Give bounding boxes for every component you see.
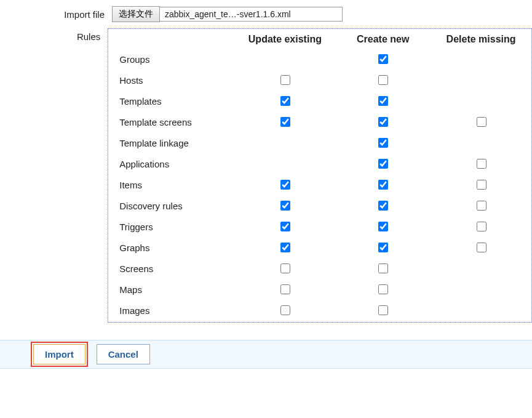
rule-create-cell <box>334 195 432 216</box>
rule-update-cell <box>236 132 334 153</box>
rule-update-cell <box>236 279 334 300</box>
checkbox-create[interactable] <box>378 222 388 231</box>
cancel-button[interactable]: Cancel <box>97 344 150 364</box>
checkbox-update[interactable] <box>280 180 290 190</box>
checkbox-create[interactable] <box>378 263 388 273</box>
checkbox-delete[interactable] <box>477 180 486 190</box>
rule-create-cell <box>334 237 432 258</box>
checkbox-update[interactable] <box>280 222 290 231</box>
checkbox-delete[interactable] <box>477 222 486 231</box>
rule-delete-cell <box>432 132 530 153</box>
rule-delete-cell <box>432 195 530 216</box>
checkbox-update[interactable] <box>280 284 290 294</box>
header-blank <box>109 30 236 49</box>
rule-update-cell <box>236 153 334 174</box>
import-file-row: Import file 选择文件 zabbix_agent_te…-sver1.… <box>0 6 532 22</box>
rule-delete-cell <box>432 216 530 237</box>
rule-label: Templates <box>109 90 236 111</box>
rule-delete-cell <box>432 153 530 174</box>
rule-delete-cell <box>432 174 530 195</box>
checkbox-create[interactable] <box>378 284 388 294</box>
checkbox-update[interactable] <box>280 117 290 127</box>
rule-label: Graphs <box>109 237 236 258</box>
rule-row: Maps <box>109 279 530 300</box>
rule-create-cell <box>334 70 432 90</box>
rule-update-cell <box>236 258 334 279</box>
rule-update-cell <box>236 111 334 132</box>
import-button[interactable]: Import <box>33 344 85 364</box>
rule-label: Maps <box>109 279 236 300</box>
checkbox-create[interactable] <box>378 305 388 315</box>
rule-update-cell <box>236 174 334 195</box>
rules-row: Rules Update existing Create new Delete … <box>0 28 532 323</box>
rule-row: Hosts <box>109 70 530 90</box>
rule-create-cell <box>334 90 432 111</box>
import-form: Import file 选择文件 zabbix_agent_te…-sver1.… <box>0 0 532 323</box>
rule-create-cell <box>334 153 432 174</box>
rule-update-cell <box>236 216 334 237</box>
checkbox-delete[interactable] <box>477 117 486 127</box>
rule-row: Templates <box>109 90 530 111</box>
rule-row: Template linkage <box>109 132 530 153</box>
header-update-existing: Update existing <box>236 30 334 49</box>
rule-create-cell <box>334 111 432 132</box>
checkbox-create[interactable] <box>378 96 388 106</box>
checkbox-create[interactable] <box>378 138 388 148</box>
file-choose-button[interactable]: 选择文件 <box>112 6 160 22</box>
rule-label: Groups <box>109 49 236 70</box>
checkbox-update[interactable] <box>280 75 290 85</box>
rule-delete-cell <box>432 70 530 90</box>
rule-create-cell <box>334 258 432 279</box>
rule-row: Images <box>109 300 530 321</box>
checkbox-delete[interactable] <box>477 201 486 211</box>
checkbox-update[interactable] <box>280 305 290 315</box>
rule-delete-cell <box>432 300 530 321</box>
rule-delete-cell <box>432 237 530 258</box>
checkbox-create[interactable] <box>378 54 388 64</box>
checkbox-create[interactable] <box>378 159 388 169</box>
checkbox-create[interactable] <box>378 243 388 252</box>
checkbox-create[interactable] <box>378 117 388 127</box>
checkbox-create[interactable] <box>378 201 388 211</box>
rule-row: Screens <box>109 258 530 279</box>
file-name-display: zabbix_agent_te…-sver1.1.6.xml <box>160 7 343 22</box>
rule-row: Discovery rules <box>109 195 530 216</box>
rule-create-cell <box>334 132 432 153</box>
rule-update-cell <box>236 300 334 321</box>
rule-create-cell <box>334 174 432 195</box>
rule-label: Template linkage <box>109 132 236 153</box>
rule-label: Discovery rules <box>109 195 236 216</box>
rule-row: Groups <box>109 49 530 70</box>
file-input-group: 选择文件 zabbix_agent_te…-sver1.1.6.xml <box>112 6 343 22</box>
checkbox-delete[interactable] <box>477 159 486 169</box>
header-delete-missing: Delete missing <box>432 30 530 49</box>
rule-update-cell <box>236 237 334 258</box>
rule-create-cell <box>334 279 432 300</box>
rule-row: Graphs <box>109 237 530 258</box>
rule-create-cell <box>334 300 432 321</box>
rule-row: Triggers <box>109 216 530 237</box>
checkbox-delete[interactable] <box>477 243 486 252</box>
rule-label: Triggers <box>109 216 236 237</box>
rules-box: Update existing Create new Delete missin… <box>108 28 532 323</box>
checkbox-create[interactable] <box>378 75 388 85</box>
rule-row: Template screens <box>109 111 530 132</box>
header-create-new: Create new <box>334 30 432 49</box>
checkbox-create[interactable] <box>378 180 388 190</box>
checkbox-update[interactable] <box>280 263 290 273</box>
import-file-label: Import file <box>0 6 112 20</box>
rule-delete-cell <box>432 49 530 70</box>
rule-label: Applications <box>109 153 236 174</box>
button-bar: Import Cancel <box>0 340 532 369</box>
checkbox-update[interactable] <box>280 96 290 106</box>
checkbox-update[interactable] <box>280 243 290 252</box>
rule-label: Template screens <box>109 111 236 132</box>
rule-label: Screens <box>109 258 236 279</box>
checkbox-update[interactable] <box>280 201 290 211</box>
rule-delete-cell <box>432 258 530 279</box>
rule-delete-cell <box>432 279 530 300</box>
rule-update-cell <box>236 49 334 70</box>
rule-update-cell <box>236 70 334 90</box>
rules-label: Rules <box>0 28 108 42</box>
rule-row: Items <box>109 174 530 195</box>
